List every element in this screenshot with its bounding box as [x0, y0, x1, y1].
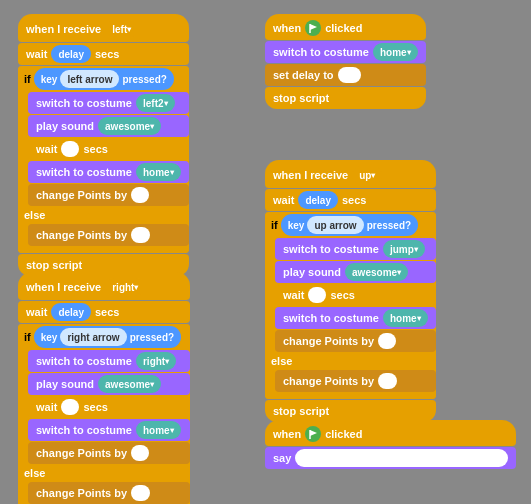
- say-label: say: [273, 452, 291, 464]
- switch-costume-home: switch to costume home: [28, 161, 189, 183]
- key-value[interactable]: left arrow: [60, 70, 119, 88]
- left-value[interactable]: left: [105, 20, 138, 38]
- change-points-1-u: change Points by 1: [275, 330, 436, 352]
- change-points-neg1-r: change Points by -1: [28, 482, 190, 504]
- bottom-right-group: when clicked say Listen and hit the corr…: [265, 420, 516, 470]
- key-condition-u: key up arrow pressed?: [281, 214, 418, 236]
- change1-value-u[interactable]: 1: [378, 333, 396, 349]
- costume-value-u[interactable]: jump: [383, 240, 425, 258]
- key-value-u[interactable]: up arrow: [307, 216, 363, 234]
- if-condition-row-r: if key right arrow pressed?: [18, 324, 190, 350]
- sound-label: play sound: [36, 120, 94, 132]
- if-label-r: if: [24, 331, 31, 343]
- change2-label-u: change Points by: [283, 375, 374, 387]
- stop-label: stop script: [26, 259, 82, 271]
- change1-label-r: change Points by: [36, 447, 127, 459]
- if-condition-row-u: if key up arrow pressed?: [265, 212, 436, 238]
- costume2-value[interactable]: home: [136, 163, 181, 181]
- costume-label-u: switch to costume: [283, 243, 379, 255]
- set-delay-block: set delay to 1.3: [265, 64, 426, 86]
- change-points-neg1-u: change Points by -1: [275, 370, 436, 392]
- if-label-u: if: [271, 219, 278, 231]
- flag-icon-br: [305, 426, 321, 442]
- change-points-1-r: change Points by 1: [28, 442, 190, 464]
- set-label: set delay to: [273, 69, 334, 81]
- when-label-r: when I receive: [26, 281, 101, 293]
- sound-value-u[interactable]: awesome: [345, 263, 408, 281]
- wait1-label: wait: [36, 143, 57, 155]
- right-group: when I receive right wait delay secs if …: [18, 272, 190, 504]
- change2-value-r[interactable]: -1: [131, 485, 150, 501]
- wait1-suffix: secs: [83, 143, 107, 155]
- change2-label: change Points by: [36, 229, 127, 241]
- change1-value[interactable]: 1: [131, 187, 149, 203]
- right-value[interactable]: right: [105, 278, 145, 296]
- wait-delay-block: wait delay secs: [18, 43, 189, 65]
- set-value[interactable]: 1.3: [338, 67, 362, 83]
- if-body: switch to costume left2 play sound aweso…: [28, 92, 189, 206]
- clicked-tr: clicked: [325, 22, 362, 34]
- costume2-value-r[interactable]: home: [136, 421, 181, 439]
- pressed-label-r: pressed?: [130, 332, 174, 343]
- when-receive-right-hat: when I receive right: [18, 272, 190, 300]
- change2-value[interactable]: -1: [131, 227, 150, 243]
- change1-value-r[interactable]: 1: [131, 445, 149, 461]
- key-value-r[interactable]: right arrow: [60, 328, 126, 346]
- delay-value-r[interactable]: delay: [51, 303, 91, 321]
- wait1-suffix-u: secs: [330, 289, 354, 301]
- if-body-u: switch to costume jump play sound awesom…: [275, 238, 436, 352]
- if-bottom: [18, 247, 189, 253]
- delay-value-u[interactable]: delay: [298, 191, 338, 209]
- switch-costume-home-r: switch to costume home: [28, 419, 190, 441]
- switch-costume-left2: switch to costume left2: [28, 92, 189, 114]
- costume2-value-u[interactable]: home: [383, 309, 428, 327]
- wait1-value-r[interactable]: 1: [61, 399, 79, 415]
- top-right-group: when clicked switch to costume home set …: [265, 14, 426, 110]
- if-body-r: switch to costume right play sound aweso…: [28, 350, 190, 464]
- up-value[interactable]: up: [352, 166, 382, 184]
- switch-costume-home-tr: switch to costume home: [265, 41, 426, 63]
- when-flag-clicked-hat-br: when clicked: [265, 420, 516, 446]
- if-bottom-u: [265, 393, 436, 399]
- change-points-neg1: change Points by -1: [28, 224, 189, 246]
- if-block-u: if key up arrow pressed? switch to costu…: [265, 212, 436, 399]
- costume-value-tr[interactable]: home: [373, 43, 418, 61]
- costume2-label: switch to costume: [36, 166, 132, 178]
- change2-value-u[interactable]: -1: [378, 373, 397, 389]
- stop-script-up: stop script: [265, 400, 436, 422]
- delay-value[interactable]: delay: [51, 45, 91, 63]
- key-label-u: key: [288, 220, 305, 231]
- switch-costume-home-u: switch to costume home: [275, 307, 436, 329]
- when-label-u: when I receive: [273, 169, 348, 181]
- say-value[interactable]: Listen and hit the correct keys in timin…: [295, 449, 508, 467]
- if-label: if: [24, 73, 31, 85]
- else-body-r: change Points by -1: [28, 482, 190, 504]
- when-flag-clicked-hat: when clicked: [265, 14, 426, 40]
- wait-1-secs: wait 1 secs: [28, 138, 189, 160]
- change-points-1: change Points by 1: [28, 184, 189, 206]
- sound-value-r[interactable]: awesome: [98, 375, 161, 393]
- wait1-suffix-r: secs: [83, 401, 107, 413]
- if-block: if key left arrow pressed? switch to cos…: [18, 66, 189, 253]
- wait-label-r: wait: [26, 306, 47, 318]
- change1-label-u: change Points by: [283, 335, 374, 347]
- switch-costume-jump: switch to costume jump: [275, 238, 436, 260]
- when-label: when I receive: [26, 23, 101, 35]
- stop-script-tr: stop script: [265, 87, 426, 109]
- wait-1-secs-r: wait 1 secs: [28, 396, 190, 418]
- costume-label: switch to costume: [36, 97, 132, 109]
- sound-value[interactable]: awesome: [98, 117, 161, 135]
- secs-label-r: secs: [95, 306, 119, 318]
- wait1-value-u[interactable]: 1: [308, 287, 326, 303]
- sound-label-u: play sound: [283, 266, 341, 278]
- when-receive-left-hat: when I receive left: [18, 14, 189, 42]
- costume-value-r[interactable]: right: [136, 352, 176, 370]
- secs-label-u: secs: [342, 194, 366, 206]
- else-label: else: [18, 207, 189, 223]
- wait1-value[interactable]: 1: [61, 141, 79, 157]
- wait-1-secs-u: wait 1 secs: [275, 284, 436, 306]
- key-label: key: [41, 74, 58, 85]
- else-body: change Points by -1: [28, 224, 189, 246]
- key-condition-r: key right arrow pressed?: [34, 326, 181, 348]
- costume-value[interactable]: left2: [136, 94, 175, 112]
